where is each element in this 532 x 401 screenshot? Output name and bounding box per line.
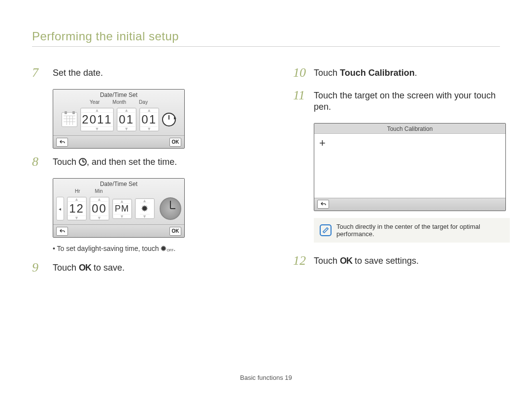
ok-icon: OK — [79, 263, 91, 273]
year-spinner[interactable]: ▲2011▼ — [80, 108, 113, 131]
date-set-screen: Date/Time Set Year Month Day ▲2011▼ ▲01▼ — [53, 89, 185, 149]
back-icon — [59, 228, 65, 234]
step-7: 7 Set the date. — [32, 66, 249, 79]
step-11: 11 Touch the target on the screen with y… — [293, 89, 510, 113]
step-text: Touch OK to save. — [53, 261, 125, 274]
day-value: 01 — [140, 112, 158, 127]
hour-spinner[interactable]: ▲12▼ — [67, 197, 87, 220]
time-mode-button[interactable] — [162, 113, 176, 126]
step-text: Set the date. — [53, 66, 103, 79]
note-box: Touch directly in the center of the targ… — [314, 218, 510, 243]
minute-spinner[interactable]: ▲00▼ — [90, 197, 109, 220]
section-title: Performing the initial setup — [32, 30, 500, 47]
year-value: 2011 — [81, 112, 113, 127]
dst-spinner[interactable]: ▲✹▼ — [135, 198, 155, 219]
back-icon — [320, 201, 326, 207]
step-9: 9 Touch OK to save. — [32, 261, 249, 274]
prev-button[interactable]: ◂ — [56, 197, 64, 220]
minute-value: 00 — [91, 201, 108, 216]
hour-value: 12 — [68, 201, 85, 216]
back-button[interactable] — [56, 138, 68, 147]
step-text: Touch OK to save settings. — [314, 254, 419, 267]
step-number: 8 — [32, 155, 46, 168]
back-button[interactable] — [56, 227, 68, 236]
ok-button[interactable]: OK — [169, 227, 181, 236]
right-column: 10 Touch Touch Calibration. 11 Touch the… — [293, 66, 510, 284]
step-number: 11 — [293, 89, 307, 102]
step-number: 10 — [293, 66, 307, 79]
left-column: 7 Set the date. Date/Time Set Year Month… — [32, 66, 249, 284]
calibration-target-icon[interactable]: + — [319, 137, 326, 150]
screen-title: Touch Calibration — [314, 123, 505, 134]
screen-title: Date/Time Set — [53, 90, 184, 99]
note-icon — [320, 224, 332, 236]
label-hr: Hr — [75, 188, 80, 194]
month-value: 01 — [118, 112, 135, 127]
step-number: 9 — [32, 261, 46, 274]
step-10: 10 Touch Touch Calibration. — [293, 66, 510, 79]
step-text: Touch Touch Calibration. — [314, 66, 417, 79]
analog-clock-icon — [160, 197, 182, 220]
time-set-screen: Date/Time Set Hr Min ◂ ▲12▼ ▲00▼ ▲PM▼ — [53, 178, 185, 238]
step-8: 8 Touch , and then set the time. — [32, 155, 249, 168]
calibration-screen: Touch Calibration + — [314, 123, 506, 211]
step-text: Touch , and then set the time. — [53, 155, 177, 168]
step-text: Touch the target on the screen with your… — [314, 89, 510, 113]
clock-icon — [79, 158, 87, 166]
back-button[interactable] — [317, 200, 329, 209]
label-year: Year — [90, 99, 100, 105]
month-spinner[interactable]: ▲01▼ — [117, 108, 136, 131]
step-12: 12 Touch OK to save settings. — [293, 254, 510, 267]
step-number: 12 — [293, 254, 307, 267]
label-min: Min — [95, 188, 103, 194]
back-icon — [59, 139, 65, 145]
page-footer: Basic functions 19 — [0, 374, 532, 381]
ok-icon: OK — [340, 256, 352, 266]
dst-icon: ✹ — [161, 245, 166, 252]
calendar-icon — [62, 112, 77, 127]
step-number: 7 — [32, 66, 46, 79]
ampm-value: PM — [114, 203, 130, 215]
screen-title: Date/Time Set — [53, 179, 184, 188]
label-month: Month — [112, 99, 126, 105]
ok-button[interactable]: OK — [169, 138, 181, 147]
ampm-spinner[interactable]: ▲PM▼ — [112, 199, 132, 219]
step-8-bullet: To set daylight-saving time, touch ✹OFF. — [53, 245, 249, 252]
day-spinner[interactable]: ▲01▼ — [139, 108, 159, 131]
label-day: Day — [139, 99, 148, 105]
note-text: Touch directly in the center of the targ… — [336, 223, 504, 238]
